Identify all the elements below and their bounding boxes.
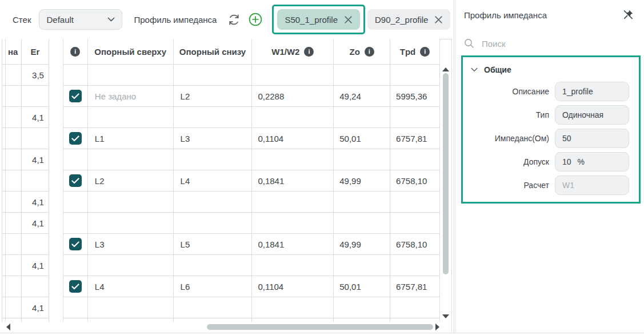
field-row: ТипОдиночная	[463, 105, 629, 125]
cell-ref-bottom	[174, 255, 253, 276]
column-header: на	[6, 39, 22, 65]
field-value: 10	[562, 157, 571, 166]
cell-checkbox	[63, 213, 88, 234]
table-row[interactable]: L4L60,110450,016757,81	[2, 276, 440, 297]
cell-na	[6, 192, 22, 213]
cell-w1w2	[252, 297, 334, 318]
cell-na	[6, 65, 22, 86]
tabs: S50_1_profileD90_2_profile	[272, 5, 450, 34]
stack-dropdown-value: Default	[46, 15, 74, 25]
cell-w1w2	[252, 192, 334, 213]
section-general-title: Общие	[484, 65, 511, 74]
field-input[interactable]: 50	[555, 129, 629, 148]
scroll-down-arrow[interactable]	[442, 314, 449, 318]
table-row[interactable]: L3L50,184149,996758,10	[2, 234, 440, 255]
table-row[interactable]: L2L40,184149,996758,10	[2, 170, 440, 192]
table-row[interactable]: 4,1	[2, 107, 440, 128]
table-row[interactable]: L1L30,110450,016757,81	[2, 128, 440, 149]
cell-checkbox	[63, 149, 88, 170]
cell-na	[6, 234, 22, 255]
cell-w1w2	[252, 149, 334, 170]
search-icon	[464, 38, 474, 49]
cell-ref-bottom: L4	[174, 170, 253, 192]
cell-checkbox	[63, 170, 88, 192]
cell-ref-top	[88, 107, 174, 128]
cell-checkbox	[63, 192, 88, 213]
field-input[interactable]: 10%	[555, 152, 629, 172]
table-row[interactable]: 3,5	[2, 65, 440, 86]
checkbox-checked[interactable]	[69, 90, 82, 102]
close-icon[interactable]	[434, 15, 443, 24]
cell-ref-bottom	[174, 213, 253, 234]
cell-tpd: 6758,10	[390, 234, 440, 255]
table-row[interactable]: 4,1	[2, 297, 440, 318]
field-input: W1	[555, 176, 629, 195]
field-value: W1	[562, 181, 574, 190]
cell-spacer	[49, 149, 63, 170]
field-label: Допуск	[523, 157, 549, 166]
field-value: Одиночная	[562, 110, 603, 119]
cell-ref-bottom: L2	[174, 86, 253, 107]
add-profile-button[interactable]	[248, 12, 263, 27]
cell-na	[6, 86, 22, 107]
checkbox-checked[interactable]	[69, 280, 82, 293]
chevron-down-icon	[107, 17, 115, 22]
info-icon[interactable]	[70, 47, 80, 57]
tab-S50_1_profile[interactable]: S50_1_profile	[277, 9, 360, 30]
field-input[interactable]: 1_profile	[555, 82, 629, 101]
search-placeholder: Поиск	[482, 39, 506, 49]
field-input[interactable]: Одиночная	[555, 105, 629, 125]
checkbox-checked[interactable]	[69, 238, 82, 250]
horizontal-scroll-thumb[interactable]	[207, 324, 433, 330]
cell-er: 4,1	[22, 107, 49, 128]
cell-na	[6, 255, 22, 276]
scroll-left-arrow[interactable]	[6, 324, 10, 330]
checkbox-checked[interactable]	[69, 132, 82, 145]
cell-w1w2: 0,2288	[252, 86, 334, 107]
cell-zo: 49,99	[334, 234, 390, 255]
column-header-label: Zo	[350, 47, 360, 57]
cell-w1w2: 0,1104	[252, 128, 334, 149]
vertical-scroll-thumb[interactable]	[443, 73, 449, 274]
field-value: 50	[562, 134, 571, 143]
cell-w1w2	[252, 65, 334, 86]
table-row[interactable]: 4,1	[2, 192, 440, 213]
refresh-button[interactable]	[227, 13, 241, 27]
stack-dropdown[interactable]: Default	[39, 9, 122, 30]
search-input[interactable]: Поиск	[464, 37, 635, 50]
cell-ref-top: L2	[88, 170, 174, 192]
scroll-up-arrow[interactable]	[442, 67, 449, 71]
cell-er	[22, 170, 49, 192]
main-area: Стек Default Профиль импеданса	[0, 0, 454, 333]
cell-tpd	[390, 107, 440, 128]
field-label: Описание	[513, 87, 549, 96]
cell-na	[6, 276, 22, 297]
checkbox-checked[interactable]	[69, 174, 82, 187]
info-icon[interactable]	[304, 47, 314, 57]
cell-tpd	[390, 192, 440, 213]
horizontal-scrollbar[interactable]	[2, 322, 451, 332]
section-general-header[interactable]: Общие	[471, 65, 639, 74]
tab-D90_2_profile[interactable]: D90_2_profile	[367, 9, 450, 30]
impedance-table: наErОпорный сверхуОпорный снизуW1/W2ZoTp…	[2, 39, 440, 322]
table-row[interactable]: 4,1	[2, 213, 440, 234]
table-row[interactable]: 4,1	[2, 149, 440, 170]
cell-checkbox	[63, 65, 88, 86]
info-icon[interactable]	[365, 47, 374, 57]
cell-ref-bottom: L6	[174, 276, 253, 297]
cell-ref-top: L1	[88, 128, 174, 149]
scroll-right-arrow[interactable]	[435, 324, 439, 330]
cell-na	[6, 297, 22, 318]
unpin-button[interactable]	[622, 9, 634, 23]
cell-checkbox	[63, 128, 88, 149]
table-row[interactable]: Не заданоL20,228849,245995,36	[2, 86, 440, 107]
info-icon[interactable]	[420, 47, 430, 57]
column-header-label: Er	[31, 47, 40, 57]
vertical-scrollbar[interactable]	[440, 65, 451, 322]
cell-ref-top	[88, 213, 174, 234]
cell-tpd: 6758,10	[390, 170, 440, 192]
table-row[interactable]: 4,1	[2, 255, 440, 276]
close-icon[interactable]	[344, 15, 353, 24]
field-row: Импеданс(Ом)50	[463, 129, 629, 148]
cell-zo	[334, 255, 390, 276]
